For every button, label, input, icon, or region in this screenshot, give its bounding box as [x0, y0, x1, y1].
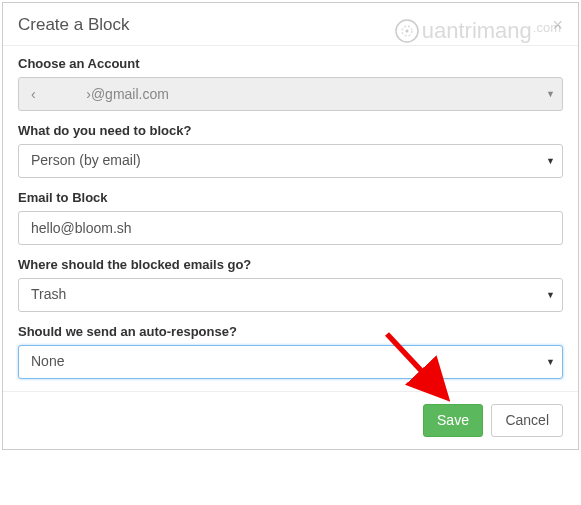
block-type-select[interactable]: Person (by email)	[18, 144, 563, 178]
block-type-label: What do you need to block?	[18, 123, 563, 138]
save-button[interactable]: Save	[423, 404, 483, 437]
email-to-block-label: Email to Block	[18, 190, 563, 205]
account-select-wrap	[18, 77, 563, 111]
modal-footer: Save Cancel	[3, 391, 578, 449]
destination-select[interactable]: Trash	[18, 278, 563, 312]
email-to-block-input[interactable]	[18, 211, 563, 245]
close-icon[interactable]: ×	[552, 16, 563, 34]
email-to-block-group: Email to Block	[18, 190, 563, 245]
destination-group: Where should the blocked emails go? Tras…	[18, 257, 563, 312]
block-type-group: What do you need to block? Person (by em…	[18, 123, 563, 178]
modal-body: Choose an Account What do you need to bl…	[3, 46, 578, 379]
cancel-button[interactable]: Cancel	[491, 404, 563, 437]
account-group: Choose an Account	[18, 56, 563, 111]
modal-header: Create a Block ×	[3, 3, 578, 46]
auto-response-select-wrap: None	[18, 345, 563, 379]
auto-response-select[interactable]: None	[18, 345, 563, 379]
block-type-select-wrap: Person (by email)	[18, 144, 563, 178]
account-select[interactable]	[18, 77, 563, 111]
create-block-modal: Create a Block × Choose an Account What …	[2, 2, 579, 450]
modal-title: Create a Block	[18, 15, 130, 35]
destination-label: Where should the blocked emails go?	[18, 257, 563, 272]
auto-response-label: Should we send an auto-response?	[18, 324, 563, 339]
account-label: Choose an Account	[18, 56, 563, 71]
auto-response-group: Should we send an auto-response? None	[18, 324, 563, 379]
destination-select-wrap: Trash	[18, 278, 563, 312]
